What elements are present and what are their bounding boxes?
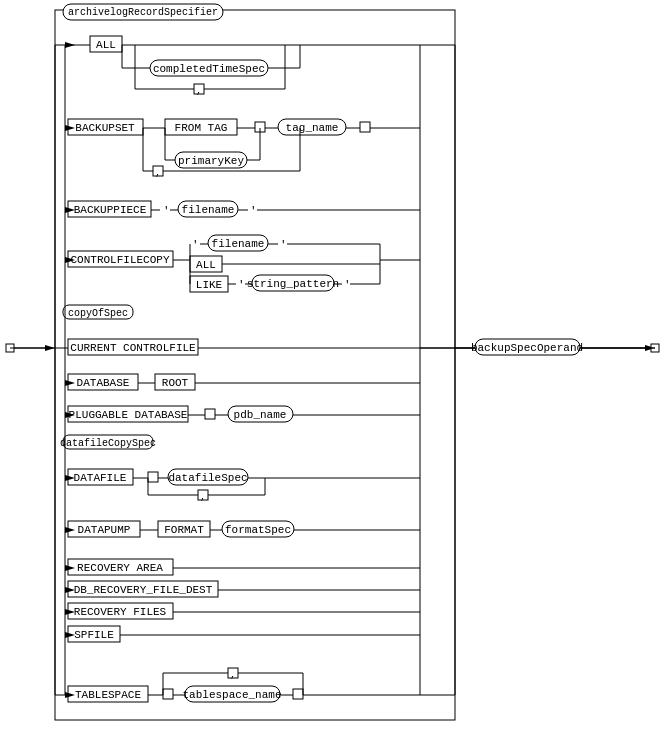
FROM-TAG-label: FROM TAG	[175, 122, 228, 134]
DB_RECOVERY_FILE_DEST-label: DB_RECOVERY_FILE_DEST	[74, 584, 213, 596]
svg-rect-96	[205, 409, 215, 419]
svg-rect-33	[360, 122, 370, 132]
LIKE-label: LIKE	[196, 279, 223, 291]
svg-text:,: ,	[230, 670, 235, 680]
datafileSpec-label: datafileSpec	[168, 472, 247, 484]
svg-text:,: ,	[196, 86, 201, 96]
DATAPUMP-label: DATAPUMP	[78, 524, 131, 536]
filename-label-2: filename	[212, 238, 265, 250]
ROOT-label: ROOT	[162, 377, 189, 389]
string_pattern-label: string_pattern	[247, 278, 339, 290]
BACKUPSET-label: BACKUPSET	[75, 122, 135, 134]
archivelogRecordSpecifier-label: archivelogRecordSpecifier	[68, 7, 218, 18]
FORMAT-label: FORMAT	[164, 524, 204, 536]
PLUGGABLE-DATABASE-label: PLUGGABLE DATABASE	[69, 409, 188, 421]
svg-text:,: ,	[200, 492, 205, 502]
RECOVERY-AREA-label: RECOVERY AREA	[77, 562, 163, 574]
svg-text:': '	[163, 205, 170, 217]
svg-text:': '	[192, 239, 199, 251]
tag_name-label: tag_name	[286, 122, 339, 134]
svg-text:': '	[238, 279, 245, 291]
DATAFILE-label: DATAFILE	[74, 472, 127, 484]
svg-text:,: ,	[155, 168, 160, 178]
svg-text:': '	[250, 205, 257, 217]
RECOVERY-FILES-label: RECOVERY FILES	[74, 606, 167, 618]
CONTROLFILECOPY-label: CONTROLFILECOPY	[70, 254, 169, 266]
BACKUPPIECE-label: BACKUPPIECE	[74, 204, 147, 216]
formatSpec-label: formatSpec	[225, 524, 291, 536]
primaryKey-label: primaryKey	[178, 155, 244, 167]
datafileCopySpec-label: datafileCopySpec	[60, 438, 156, 449]
pdb_name-label: pdb_name	[234, 409, 287, 421]
svg-text:': '	[344, 279, 351, 291]
CURRENT-CONTROLFILE-label: CURRENT CONTROLFILE	[70, 342, 196, 354]
TABLESPACE-label: TABLESPACE	[75, 689, 141, 701]
railroad-diagram: archivelogRecordSpecifier ALL completedT…	[0, 0, 669, 741]
svg-rect-140	[293, 689, 303, 699]
filename-label-1: filename	[182, 204, 235, 216]
copyOfSpec-label: copyOfSpec	[68, 308, 128, 319]
DATABASE-label: DATABASE	[77, 377, 130, 389]
svg-rect-104	[148, 472, 158, 482]
svg-text:': '	[280, 239, 287, 251]
tablespace_name-label: tablespace_name	[182, 689, 281, 701]
ALL2-label: ALL	[196, 259, 216, 271]
SPFILE-label: SPFILE	[74, 629, 114, 641]
completedTimeSpec-label: completedTimeSpec	[153, 63, 265, 75]
svg-rect-136	[163, 689, 173, 699]
ALL-label: ALL	[96, 39, 116, 51]
backupSpecOperand-label: backupSpecOperand	[471, 342, 583, 354]
